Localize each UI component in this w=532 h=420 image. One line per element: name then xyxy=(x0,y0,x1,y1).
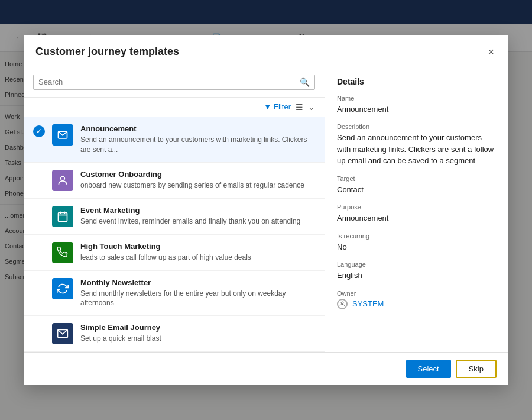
svg-rect-2 xyxy=(59,212,67,221)
list-view-icon: ☰ xyxy=(296,102,303,112)
detail-purpose-group: Purpose Announcement xyxy=(337,203,497,224)
high-touch-marketing-text: High Touch Marketing leads to sales call… xyxy=(80,242,315,263)
detail-language-group: Language English xyxy=(337,261,497,282)
details-heading: Details xyxy=(337,77,497,86)
modal-header: Customer journey templates × xyxy=(24,35,508,67)
owner-row: SYSTEM xyxy=(337,299,497,309)
customer-onboarding-name: Customer Onboarding xyxy=(80,170,315,179)
simple-email-journey-text: Simple Email Journey Set up a quick emai… xyxy=(80,323,315,344)
event-marketing-desc: Send event invites, reminder emails and … xyxy=(80,217,315,227)
close-button[interactable]: × xyxy=(485,44,497,60)
name-value: Announcement xyxy=(337,104,497,115)
name-label: Name xyxy=(337,95,497,102)
customer-journey-templates-modal: Customer journey templates × 🔍 ▼ xyxy=(24,35,508,385)
owner-label: Owner xyxy=(337,290,497,297)
target-value: Contact xyxy=(337,184,497,196)
template-item-announcement[interactable]: ✓ Announcement Send an announcement to y… xyxy=(24,117,325,163)
event-marketing-text: Event Marketing Send event invites, remi… xyxy=(80,206,315,227)
detail-recurring-group: Is recurring No xyxy=(337,232,497,253)
purpose-value: Announcement xyxy=(337,212,497,224)
filter-label: Filter xyxy=(274,102,291,111)
modal-footer: Select Skip xyxy=(24,352,508,385)
skip-button[interactable]: Skip xyxy=(456,360,497,378)
announcement-name: Announcement xyxy=(80,124,315,133)
high-touch-marketing-name: High Touch Marketing xyxy=(80,242,315,251)
announcement-icon xyxy=(52,124,73,146)
recurring-value: No xyxy=(337,241,497,253)
recurring-label: Is recurring xyxy=(337,232,497,240)
language-value: English xyxy=(337,270,497,282)
template-item-simple-email-journey[interactable]: Simple Email Journey Set up a quick emai… xyxy=(24,316,325,352)
filter-button[interactable]: ▼ Filter xyxy=(264,102,291,111)
template-item-high-touch-marketing[interactable]: High Touch Marketing leads to sales call… xyxy=(24,235,325,271)
detail-owner-group: Owner SYSTEM xyxy=(337,290,497,309)
monthly-newsletter-name: Monthly Newsletter xyxy=(80,278,315,287)
filter-bar: ▼ Filter ☰ ⌄ xyxy=(24,98,325,117)
customer-onboarding-desc: onboard new customers by sending series … xyxy=(80,180,315,190)
template-item-monthly-newsletter[interactable]: Monthly Newsletter Send monthly newslett… xyxy=(24,271,325,316)
customer-onboarding-icon xyxy=(52,170,73,191)
high-touch-marketing-icon xyxy=(52,242,73,263)
select-button[interactable]: Select xyxy=(406,360,451,378)
language-label: Language xyxy=(337,261,497,268)
detail-target-group: Target Contact xyxy=(337,175,497,196)
simple-email-journey-name: Simple Email Journey xyxy=(80,323,315,332)
modal-title: Customer journey templates xyxy=(35,46,179,58)
event-marketing-name: Event Marketing xyxy=(80,206,315,215)
detail-name-group: Name Announcement xyxy=(337,95,497,115)
search-bar: 🔍 xyxy=(24,67,325,98)
event-marketing-icon xyxy=(52,206,73,227)
template-list: ✓ Announcement Send an announcement to y… xyxy=(24,117,325,352)
modal-body: 🔍 ▼ Filter ☰ ⌄ ✓ xyxy=(24,67,508,352)
detail-description-group: Description Send an announcement to your… xyxy=(337,123,497,167)
expand-icon: ⌄ xyxy=(308,102,315,112)
filter-icon: ▼ xyxy=(264,102,271,111)
search-input-wrap[interactable]: 🔍 xyxy=(33,75,315,90)
simple-email-journey-icon xyxy=(52,323,73,344)
purpose-label: Purpose xyxy=(337,203,497,211)
monthly-newsletter-desc: Send monthly newsletters for the entire … xyxy=(80,289,315,309)
description-label: Description xyxy=(337,123,497,130)
simple-email-journey-desc: Set up a quick email blast xyxy=(80,334,315,344)
high-touch-marketing-desc: leads to sales call follow up as part of… xyxy=(80,253,315,263)
template-item-event-marketing[interactable]: Event Marketing Send event invites, remi… xyxy=(24,199,325,235)
monthly-newsletter-icon xyxy=(52,278,73,299)
customer-onboarding-text: Customer Onboarding onboard new customer… xyxy=(80,170,315,190)
announcement-desc: Send an announcement to your customers w… xyxy=(80,135,315,155)
target-label: Target xyxy=(337,175,497,182)
announcement-text: Announcement Send an announcement to you… xyxy=(80,124,315,155)
svg-point-7 xyxy=(341,302,343,304)
description-value: Send an announcement to your customers w… xyxy=(337,132,497,167)
template-item-customer-onboarding[interactable]: Customer Onboarding onboard new customer… xyxy=(24,163,325,199)
selected-check-icon: ✓ xyxy=(33,125,45,137)
modal-overlay: Customer journey templates × 🔍 ▼ xyxy=(0,0,532,420)
search-input[interactable] xyxy=(38,77,296,86)
owner-icon xyxy=(337,299,348,309)
owner-value: SYSTEM xyxy=(352,299,384,308)
left-panel: 🔍 ▼ Filter ☰ ⌄ ✓ xyxy=(24,67,325,352)
svg-point-1 xyxy=(61,176,65,180)
monthly-newsletter-text: Monthly Newsletter Send monthly newslett… xyxy=(80,278,315,309)
search-icon: 🔍 xyxy=(300,77,310,87)
details-panel: Details Name Announcement Description Se… xyxy=(325,67,508,352)
